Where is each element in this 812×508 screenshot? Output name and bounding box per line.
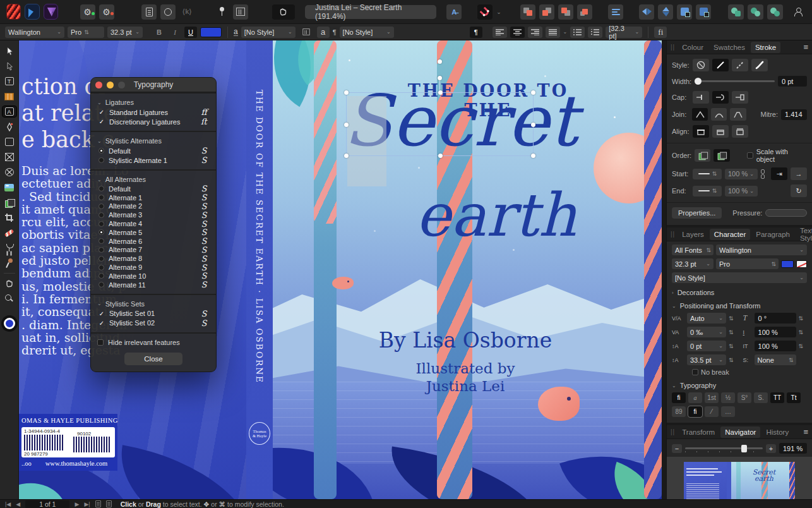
all-alternates-header[interactable]: ⌄All Alternates [91, 174, 216, 184]
numbered-list-button[interactable] [588, 27, 602, 38]
move-forward-button[interactable] [539, 4, 554, 20]
selection-handle-bl[interactable] [344, 154, 349, 158]
canvas-scrollbar[interactable] [662, 40, 666, 499]
panel-menu-icon[interactable]: ≡ [803, 427, 808, 437]
preflight-button[interactable]: ⟨k⟩ [179, 4, 194, 20]
cap-square-button[interactable] [732, 91, 748, 104]
leading-select[interactable]: [32.3 pt]⌄ [606, 27, 642, 38]
alternate-option[interactable]: Alternate 4S [91, 219, 216, 228]
alternate-option[interactable]: Alternate 1S [91, 193, 216, 202]
insert-behind-button[interactable] [677, 4, 692, 20]
rotation-view-button[interactable] [160, 4, 176, 20]
alternate-option[interactable]: Alternate 7S [91, 246, 216, 255]
char-font-variant-select[interactable]: Pro⇅ [716, 258, 779, 269]
char-font-size-select[interactable]: 32.3 pt⌄ [672, 258, 713, 269]
font-family-select[interactable]: Wallington⌄ [5, 27, 64, 38]
rotation-handle2[interactable] [438, 76, 442, 80]
assistant-button[interactable] [272, 4, 295, 20]
panel-drag-handle[interactable]: || [671, 44, 675, 51]
typography-section-header[interactable]: ⌄Typography [667, 382, 812, 389]
swash-toggle[interactable]: a [688, 392, 702, 403]
start-style-select[interactable]: ⇅ [693, 169, 722, 179]
ligatures-toggle[interactable]: fi [672, 392, 686, 403]
mitre-field[interactable]: 1.414 [781, 109, 807, 120]
align-inside-button[interactable] [712, 125, 729, 138]
style-picker-tool[interactable] [3, 243, 16, 253]
hide-irrelevant-checkbox[interactable] [97, 339, 104, 346]
arrow-inside-button[interactable]: ⇥ [771, 167, 787, 180]
typography-dialog-button[interactable]: fi [654, 27, 667, 38]
selection-handle-br[interactable] [531, 154, 535, 158]
tab-history[interactable]: History [761, 426, 793, 438]
tracking-select[interactable]: 0 ‰⌄ [687, 327, 726, 337]
update-style-button[interactable] [299, 27, 314, 38]
tab-transform[interactable]: Transform [678, 426, 719, 438]
bold-button[interactable]: B [153, 27, 165, 38]
join-bevel-button[interactable] [730, 108, 746, 121]
selection-handle-tm[interactable] [438, 90, 443, 95]
page-indicator[interactable]: 1 of 1 [25, 500, 69, 508]
text-object-selection-box[interactable] [346, 92, 534, 156]
cap-butt-button[interactable] [693, 91, 709, 104]
insert-inside-button[interactable] [696, 4, 711, 20]
guides-button[interactable] [214, 4, 229, 20]
alternate-option[interactable]: Alternate 9S [91, 263, 216, 272]
account-button[interactable] [791, 4, 806, 20]
leading-override-select[interactable]: 33.5 pt⌄ [687, 354, 726, 365]
contextual-alternates-toggle[interactable]: fi [688, 406, 702, 417]
stroke-style-brush-button[interactable] [751, 59, 768, 71]
fill-tool[interactable] [3, 258, 16, 269]
boolean-add-button[interactable] [728, 4, 744, 20]
zoom-out-button[interactable]: − [672, 444, 682, 453]
justify-button[interactable] [546, 27, 560, 38]
slider-knob[interactable] [695, 78, 702, 85]
last-page-button[interactable]: ▶| [84, 501, 90, 507]
rotation-handle[interactable] [438, 59, 442, 64]
baseline-select[interactable]: 0 pt⌄ [687, 341, 726, 351]
artistic-text-tool[interactable]: A [3, 106, 16, 117]
join-round-button[interactable] [711, 108, 727, 121]
flip-horizontal-button[interactable] [639, 4, 654, 20]
selection-handle-tl[interactable] [344, 90, 349, 95]
paragraph-style-select[interactable]: [No Style]⌄ [340, 27, 394, 38]
ligature-option[interactable]: ✓Discretionary Ligaturesﬅ [91, 117, 216, 126]
stylistic-set-option[interactable]: ✓Stylistic Set 01S [91, 309, 216, 318]
v-scale-field[interactable]: 100 % [755, 341, 796, 351]
stroke-style-solid-button[interactable] [712, 59, 729, 71]
alternate-option[interactable]: Alternate 11S [91, 281, 216, 289]
more-typography-button[interactable]: … [721, 406, 735, 417]
boolean-subtract-button[interactable] [748, 4, 763, 20]
align-right-button[interactable] [528, 27, 542, 38]
snapping-dropdown-chevron[interactable]: ⌄ [496, 9, 501, 15]
single-page-view-icon[interactable] [95, 500, 101, 507]
bullet-list-button[interactable] [570, 27, 585, 38]
char-text-style-select[interactable]: [No Style]⌄ [672, 272, 807, 283]
flip-vertical-button[interactable] [658, 4, 673, 20]
picture-frame-ellipse-tool[interactable] [3, 167, 16, 178]
zoom-slider-knob[interactable] [741, 445, 747, 452]
snapping-button[interactable] [477, 4, 493, 20]
align-centre-button[interactable] [693, 125, 709, 138]
alignment-more-chevron[interactable]: ⌄ [563, 29, 568, 35]
char-font-family-select[interactable]: Wallington⌄ [716, 245, 807, 255]
selection-handle-ml[interactable] [344, 123, 349, 127]
next-page-button[interactable]: ▶ [75, 501, 79, 507]
subscript-toggle[interactable]: S. [754, 392, 768, 403]
tab-colour[interactable]: Colour [678, 42, 708, 53]
scale-with-object-checkbox[interactable] [747, 152, 753, 159]
tab-navigator[interactable]: Navigator [720, 426, 760, 438]
move-tool[interactable] [3, 45, 16, 56]
stroke-front-button[interactable] [713, 149, 729, 162]
fill-stroke-colour-selector[interactable] [1, 315, 18, 332]
panel-menu-icon[interactable]: ≡ [803, 42, 808, 52]
smallcaps-toggle[interactable]: Tt [787, 392, 801, 403]
move-to-back-button[interactable] [577, 4, 592, 20]
align-left-button[interactable] [493, 27, 507, 38]
ordinals-toggle[interactable]: 1st [705, 392, 719, 403]
zoom-value-field[interactable]: 191 % [779, 443, 807, 454]
slashed-zero-toggle[interactable]: ⁄ [705, 406, 719, 417]
boolean-intersect-button[interactable] [767, 4, 783, 20]
typography-dialog-titlebar[interactable]: Typography [91, 78, 216, 92]
font-variant-select[interactable]: Pro⇅ [68, 27, 104, 38]
zoom-in-button[interactable]: + [766, 444, 776, 453]
